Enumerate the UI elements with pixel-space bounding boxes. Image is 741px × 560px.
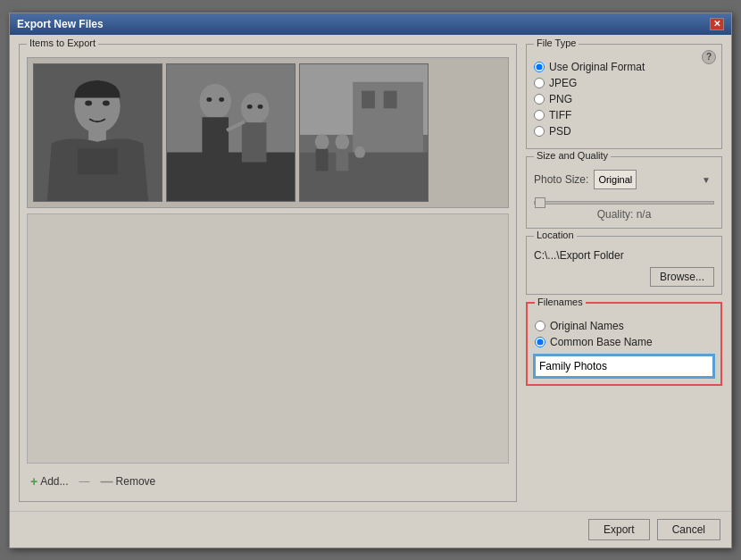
svg-point-25 [315, 133, 329, 149]
svg-rect-26 [316, 148, 329, 171]
svg-point-29 [354, 146, 365, 158]
svg-rect-9 [167, 152, 295, 200]
radio-original-format: Use Original Format [534, 61, 714, 73]
radio-common-base-label[interactable]: Common Base Name [550, 336, 653, 348]
remove-button[interactable]: — Remove [97, 472, 160, 490]
photo-size-row: Photo Size: Original ▼ [534, 170, 714, 189]
svg-rect-8 [167, 64, 295, 153]
select-arrow-icon: ▼ [702, 174, 711, 184]
svg-rect-4 [78, 147, 117, 174]
radio-tiff[interactable] [534, 110, 545, 121]
dialog-title: Export New Files [17, 18, 104, 30]
radio-jpeg-row: JPEG [534, 77, 714, 89]
svg-point-12 [241, 92, 270, 124]
svg-point-6 [103, 100, 110, 105]
photo-size-select[interactable]: Original [594, 170, 637, 189]
close-button[interactable]: ✕ [710, 18, 724, 30]
title-bar: Export New Files ✕ [10, 13, 731, 35]
location-group: Location C:\...\Export Folder Browse... [526, 236, 722, 295]
add-label: Add... [40, 475, 68, 488]
items-label: Items to Export [27, 38, 98, 48]
radio-psd-label[interactable]: PSD [549, 125, 571, 138]
radio-png[interactable] [534, 94, 545, 104]
cancel-button[interactable]: Cancel [657, 519, 720, 540]
photo-size-select-wrapper: Original ▼ [594, 170, 714, 189]
radio-psd[interactable] [534, 126, 545, 137]
size-quality-label: Size and Quality [534, 150, 611, 161]
filenames-group: Filenames Original Names Common Base Nam… [526, 302, 722, 386]
add-button[interactable]: + Add... [27, 472, 72, 490]
radio-psd-row: PSD [534, 125, 714, 138]
radio-tiff-row: TIFF [534, 109, 714, 121]
photo-size-label: Photo Size: [534, 173, 588, 186]
dialog-footer: Export Cancel [10, 511, 731, 547]
svg-rect-11 [202, 117, 229, 161]
radio-png-label[interactable]: PNG [549, 93, 572, 105]
radio-original-names-label[interactable]: Original Names [550, 320, 624, 332]
browse-button[interactable]: Browse... [650, 267, 714, 287]
svg-point-18 [258, 104, 263, 108]
radio-original-label[interactable]: Use Original Format [549, 61, 645, 73]
photo-thumb-1[interactable] [33, 63, 162, 202]
svg-rect-30 [355, 157, 364, 173]
svg-point-10 [199, 83, 231, 118]
left-panel: Items to Export [19, 44, 517, 502]
radio-jpeg[interactable] [534, 78, 545, 88]
quality-slider[interactable] [534, 201, 714, 205]
radio-png-row: PNG [534, 93, 714, 105]
svg-point-15 [206, 97, 212, 102]
svg-point-17 [247, 104, 253, 108]
radio-tiff-label[interactable]: TIFF [549, 109, 571, 121]
radio-common-base[interactable] [535, 337, 545, 347]
radio-original[interactable] [534, 62, 545, 72]
export-dialog: Export New Files ✕ Items to Export [9, 13, 732, 548]
separator: — [79, 475, 90, 488]
filenames-label: Filenames [535, 297, 586, 307]
empty-area [27, 213, 509, 464]
svg-point-16 [219, 97, 224, 102]
export-button[interactable]: Export [588, 519, 650, 540]
svg-point-5 [85, 100, 92, 105]
svg-rect-23 [384, 90, 397, 108]
remove-icon: — [101, 474, 113, 489]
svg-point-27 [335, 133, 349, 149]
svg-rect-28 [336, 148, 348, 171]
help-icon[interactable]: ? [702, 50, 716, 64]
svg-rect-22 [362, 90, 375, 108]
radio-original-names-row: Original Names [535, 320, 713, 332]
photo-thumb-2[interactable] [166, 63, 296, 202]
file-type-label: File Type [534, 38, 579, 48]
radio-original-names[interactable] [535, 321, 545, 331]
radio-common-base-row: Common Base Name [535, 336, 713, 348]
right-panel: File Type ? Use Original Format JPEG PNG… [526, 44, 722, 502]
quality-value: Quality: n/a [534, 208, 714, 221]
photo-strip [27, 57, 509, 208]
location-label: Location [534, 230, 577, 240]
remove-label: Remove [116, 475, 156, 488]
photo-thumb-3[interactable] [299, 63, 429, 202]
size-quality-group: Size and Quality Photo Size: Original ▼ … [526, 156, 722, 229]
base-name-input[interactable] [535, 355, 713, 377]
file-type-group: File Type ? Use Original Format JPEG PNG… [526, 44, 722, 149]
location-path: C:\...\Export Folder [534, 249, 714, 262]
add-icon: + [30, 474, 37, 489]
items-to-export-group: Items to Export [19, 44, 517, 502]
dialog-body: Items to Export [10, 35, 731, 511]
radio-jpeg-label[interactable]: JPEG [549, 77, 577, 89]
bottom-actions: + Add... — — Remove [27, 469, 509, 494]
svg-rect-13 [242, 122, 267, 162]
